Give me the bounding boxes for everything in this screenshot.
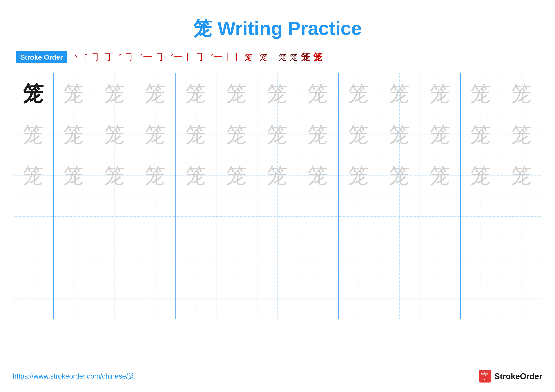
grid-cell-6-7[interactable]	[257, 278, 298, 319]
stroke-step-2: 𠃌	[84, 52, 88, 63]
grid-cell-5-11[interactable]	[420, 237, 460, 278]
grid-cell-2-10: 笼	[379, 114, 420, 155]
title-section: 笼 Writing Practice	[13, 16, 542, 42]
grid-cell-5-10[interactable]	[379, 237, 420, 278]
strokeorder-logo-icon: 字	[479, 370, 491, 383]
grid-cell-5-4[interactable]	[135, 237, 176, 278]
grid-cell-6-5[interactable]	[176, 278, 216, 319]
grid-cell-2-3: 笼	[94, 114, 135, 155]
grid-cell-4-12[interactable]	[461, 196, 501, 237]
grid-cell-3-5: 笼	[176, 155, 216, 196]
char-light: 笼	[104, 83, 125, 104]
grid-cell-6-1[interactable]	[13, 278, 54, 319]
footer-logo: 字 StrokeOrder	[479, 370, 542, 383]
grid-cell-1-4: 笼	[135, 73, 176, 114]
grid-cell-2-2: 笼	[54, 114, 94, 155]
grid-cell-4-11[interactable]	[420, 196, 460, 237]
stroke-step-8: 笼⁻	[244, 52, 256, 63]
grid-cell-6-3[interactable]	[94, 278, 135, 319]
char-dark: 笼	[23, 83, 44, 104]
grid-cell-5-2[interactable]	[54, 237, 94, 278]
grid-row-4	[13, 196, 542, 237]
grid-cell-5-5[interactable]	[176, 237, 216, 278]
char-light: 笼	[267, 83, 288, 104]
stroke-step-12: 笼	[301, 51, 310, 64]
grid-cell-6-11[interactable]	[420, 278, 460, 319]
stroke-step-11: 笼	[290, 52, 298, 63]
char-light: 笼	[308, 83, 328, 104]
grid-cell-4-10[interactable]	[379, 196, 420, 237]
char-light: 笼	[430, 83, 450, 104]
grid-cell-4-13[interactable]	[501, 196, 542, 237]
grid-cell-2-12: 笼	[461, 114, 501, 155]
stroke-step-10: 笼	[279, 52, 287, 63]
footer: https://www.strokeorder.com/chinese/笼 字 …	[13, 370, 542, 383]
grid-cell-6-12[interactable]	[461, 278, 501, 319]
grid-cell-3-6: 笼	[216, 155, 257, 196]
grid-cell-5-6[interactable]	[216, 237, 257, 278]
grid-cell-4-4[interactable]	[135, 196, 176, 237]
stroke-step-3: ㇆	[91, 51, 100, 64]
grid-cell-6-2[interactable]	[54, 278, 94, 319]
grid-cell-1-12: 笼	[461, 73, 501, 114]
grid-cell-4-1[interactable]	[13, 196, 54, 237]
grid-cell-4-7[interactable]	[257, 196, 298, 237]
grid-cell-5-3[interactable]	[94, 237, 135, 278]
page-container: 笼 Writing Practice Stroke Order 丶 𠃌 ㇆ ㇆乛…	[0, 0, 555, 392]
grid-cell-2-8: 笼	[298, 114, 339, 155]
grid-cell-4-9[interactable]	[339, 196, 379, 237]
grid-cell-6-8[interactable]	[298, 278, 339, 319]
grid-cell-2-13: 笼	[501, 114, 542, 155]
grid-cell-1-9: 笼	[339, 73, 379, 114]
grid-cell-6-10[interactable]	[379, 278, 420, 319]
stroke-order-badge: Stroke Order	[16, 51, 67, 64]
char-light: 笼	[145, 83, 166, 104]
practice-grid: 笼 笼 笼 笼 笼 笼 笼 笼 笼 笼 笼 笼 笼 笼 笼 笼 笼 笼 笼 笼 …	[13, 73, 542, 319]
grid-cell-3-13: 笼	[501, 155, 542, 196]
grid-cell-4-6[interactable]	[216, 196, 257, 237]
char-light: 笼	[226, 83, 247, 104]
grid-cell-5-12[interactable]	[461, 237, 501, 278]
grid-cell-3-3: 笼	[94, 155, 135, 196]
char-light: 笼	[470, 83, 491, 104]
grid-cell-2-1: 笼	[13, 114, 54, 155]
grid-cell-4-8[interactable]	[298, 196, 339, 237]
grid-row-6	[13, 278, 542, 319]
grid-cell-1-13: 笼	[501, 73, 542, 114]
grid-cell-4-5[interactable]	[176, 196, 216, 237]
grid-cell-3-11: 笼	[420, 155, 460, 196]
stroke-steps: 丶 𠃌 ㇆ ㇆乛 ㇆乛一 ㇆乛一丨 ㇆乛一丨丨 笼⁻ 笼⁻⁻ 笼 笼 笼 笼	[72, 51, 322, 64]
grid-cell-4-2[interactable]	[54, 196, 94, 237]
grid-cell-6-9[interactable]	[339, 278, 379, 319]
grid-cell-3-4: 笼	[135, 155, 176, 196]
stroke-step-13: 笼	[313, 51, 322, 64]
grid-cell-2-7: 笼	[257, 114, 298, 155]
grid-cell-3-12: 笼	[461, 155, 501, 196]
grid-cell-1-5: 笼	[176, 73, 216, 114]
grid-cell-3-1: 笼	[13, 155, 54, 196]
grid-cell-5-9[interactable]	[339, 237, 379, 278]
grid-cell-2-4: 笼	[135, 114, 176, 155]
grid-cell-3-10: 笼	[379, 155, 420, 196]
grid-cell-3-2: 笼	[54, 155, 94, 196]
grid-cell-5-13[interactable]	[501, 237, 542, 278]
grid-cell-2-11: 笼	[420, 114, 460, 155]
grid-row-1: 笼 笼 笼 笼 笼 笼 笼 笼 笼 笼 笼 笼 笼	[13, 73, 542, 114]
grid-cell-6-13[interactable]	[501, 278, 542, 319]
grid-cell-5-7[interactable]	[257, 237, 298, 278]
grid-cell-1-8: 笼	[298, 73, 339, 114]
grid-cell-5-8[interactable]	[298, 237, 339, 278]
stroke-step-4: ㇆乛	[103, 51, 122, 64]
grid-cell-1-7: 笼	[257, 73, 298, 114]
grid-cell-6-6[interactable]	[216, 278, 257, 319]
grid-cell-3-8: 笼	[298, 155, 339, 196]
footer-url: https://www.strokeorder.com/chinese/笼	[13, 372, 135, 381]
char-light: 笼	[348, 83, 369, 104]
grid-row-2: 笼 笼 笼 笼 笼 笼 笼 笼 笼 笼 笼 笼 笼	[13, 114, 542, 155]
strokeorder-logo-text: StrokeOrder	[494, 371, 542, 381]
grid-cell-6-4[interactable]	[135, 278, 176, 319]
char-light: 笼	[389, 83, 410, 104]
grid-cell-4-3[interactable]	[94, 196, 135, 237]
stroke-step-5: ㇆乛一	[125, 51, 152, 64]
grid-cell-5-1[interactable]	[13, 237, 54, 278]
